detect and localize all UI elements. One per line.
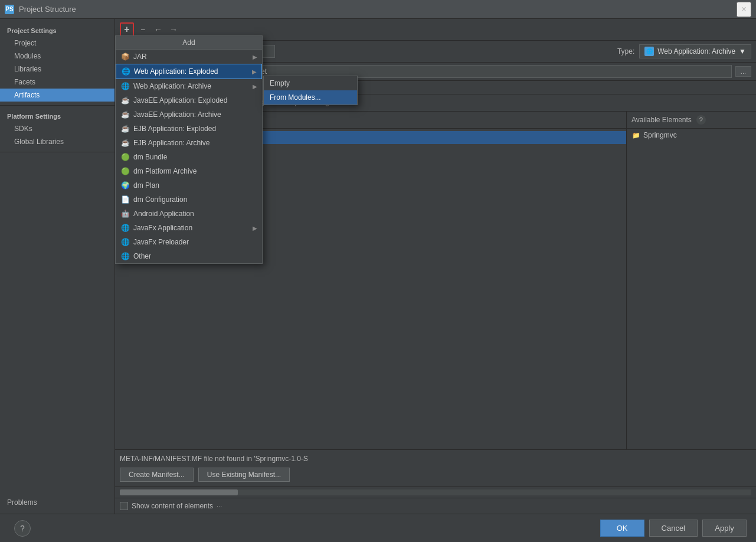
springmvc-folder-icon: 📁 bbox=[631, 130, 641, 140]
close-button[interactable]: × bbox=[737, 2, 751, 17]
platform-settings-header: Platform Settings bbox=[0, 109, 114, 122]
dm-bundle-icon: 🟢 bbox=[120, 152, 130, 162]
use-existing-manifest-button[interactable]: Use Existing Manifest... bbox=[198, 468, 290, 482]
ok-button[interactable]: OK bbox=[600, 520, 644, 537]
type-label: Type: bbox=[617, 47, 634, 55]
type-icon: 🌐 bbox=[644, 47, 654, 56]
jar-icon: 📦 bbox=[120, 52, 130, 61]
menu-item-dm-platform[interactable]: 🟢 dm Platform Archive bbox=[116, 164, 262, 178]
menu-item-javafx-app[interactable]: 🌐 JavaFx Application ▶ bbox=[116, 221, 262, 235]
submenu-item-empty[interactable]: Empty bbox=[264, 76, 357, 90]
show-content-row: Show content of elements ··· bbox=[115, 498, 756, 514]
help-button[interactable]: ? bbox=[14, 520, 31, 537]
dropdown-header: Add bbox=[116, 36, 262, 50]
sidebar: Project Settings Project Modules Librari… bbox=[0, 19, 115, 514]
menu-item-ejb-exploded[interactable]: ☕ EJB Application: Exploded bbox=[116, 122, 262, 136]
dm-platform-icon: 🟢 bbox=[120, 166, 130, 176]
menu-item-javaee-exploded[interactable]: ☕ JavaEE Application: Exploded bbox=[116, 93, 262, 107]
menu-item-dm-config[interactable]: 📄 dm Configuration bbox=[116, 192, 262, 207]
dm-config-icon: 📄 bbox=[120, 195, 130, 204]
menu-item-ejb-archive[interactable]: ☕ EJB Application: Archive bbox=[116, 136, 262, 150]
sidebar-item-artifacts[interactable]: Artifacts bbox=[0, 89, 114, 102]
content-area: + − ← → Add 📦 JAR ▶ bbox=[115, 19, 756, 514]
submenu-popup: Empty From Modules... bbox=[263, 76, 358, 105]
available-panel: Available Elements ? 📁 Springmvc bbox=[626, 112, 756, 449]
sidebar-item-sdks[interactable]: SDKs bbox=[0, 122, 114, 135]
javaee-archive-icon: ☕ bbox=[120, 110, 130, 119]
dm-plan-icon: 🌍 bbox=[120, 181, 130, 190]
nav-forward-button[interactable]: → bbox=[167, 23, 180, 36]
action-bar: ? OK Cancel Apply bbox=[0, 514, 756, 542]
sidebar-divider bbox=[0, 105, 114, 106]
sidebar-item-modules[interactable]: Modules bbox=[0, 50, 114, 63]
add-dropdown-menu: Add 📦 JAR ▶ 🌐 Web Application: Exploded … bbox=[115, 35, 263, 264]
type-dropdown[interactable]: 🌐 Web Application: Archive ▼ bbox=[639, 44, 751, 58]
menu-item-dm-plan[interactable]: 🌍 dm Plan bbox=[116, 178, 262, 192]
arrow-icon: ▶ bbox=[253, 83, 257, 90]
main-container: Project Settings Project Modules Librari… bbox=[0, 19, 756, 514]
apply-button[interactable]: Apply bbox=[702, 520, 747, 537]
cancel-button[interactable]: Cancel bbox=[649, 520, 698, 537]
web-archive-icon: 🌐 bbox=[120, 81, 130, 91]
menu-item-web-exploded[interactable]: 🌐 Web Application: Exploded ▶ bbox=[116, 64, 262, 79]
available-item-springmvc[interactable]: 📁 Springmvc bbox=[627, 129, 756, 142]
javaee-exploded-icon: ☕ bbox=[120, 96, 130, 105]
arrow-icon: ▶ bbox=[253, 54, 257, 60]
show-content-checkbox[interactable] bbox=[120, 502, 128, 510]
menu-item-javaee-archive[interactable]: ☕ JavaEE Application: Archive bbox=[116, 107, 262, 122]
sidebar-item-problems[interactable]: Problems bbox=[0, 496, 114, 509]
content-toolbar: + − ← → Add 📦 JAR ▶ bbox=[115, 19, 756, 41]
sidebar-divider-2 bbox=[0, 152, 114, 152]
menu-item-web-archive[interactable]: 🌐 Web Application: Archive ▶ bbox=[116, 79, 262, 93]
sidebar-item-libraries[interactable]: Libraries bbox=[0, 63, 114, 76]
sidebar-item-project[interactable]: Project bbox=[0, 37, 114, 50]
horizontal-scrollbar[interactable] bbox=[115, 487, 756, 498]
create-manifest-button[interactable]: Create Manifest... bbox=[120, 468, 194, 482]
bottom-buttons: Create Manifest... Use Existing Manifest… bbox=[120, 468, 751, 482]
app-icon: PS bbox=[5, 5, 14, 14]
title-bar-left: PS Project Structure bbox=[5, 5, 76, 14]
android-icon: 🤖 bbox=[120, 209, 130, 218]
dropdown-arrow-icon: ▼ bbox=[739, 47, 746, 55]
title-bar: PS Project Structure × bbox=[0, 0, 756, 19]
window-title: Project Structure bbox=[19, 5, 76, 14]
arrow-icon: ▶ bbox=[253, 225, 257, 231]
warning-text: META-INF/MANIFEST.MF file not found in '… bbox=[120, 455, 751, 463]
ejb-archive-icon: ☕ bbox=[120, 138, 130, 148]
remove-button[interactable]: − bbox=[136, 23, 149, 36]
arrow-icon: ▶ bbox=[252, 68, 257, 75]
menu-item-android[interactable]: 🤖 Android Application bbox=[116, 207, 262, 221]
ejb-exploded-icon: ☕ bbox=[120, 124, 130, 133]
show-content-extra-icon[interactable]: ··· bbox=[217, 502, 222, 510]
menu-item-javafx-preloader[interactable]: 🌐 JavaFx Preloader bbox=[116, 235, 262, 249]
menu-item-other[interactable]: 🌐 Other bbox=[116, 249, 262, 263]
available-help-icon[interactable]: ? bbox=[696, 115, 706, 125]
submenu-item-from-modules[interactable]: From Modules... bbox=[264, 90, 357, 105]
show-content-label: Show content of elements bbox=[132, 502, 213, 510]
sidebar-item-facets[interactable]: Facets bbox=[0, 76, 114, 89]
other-icon: 🌐 bbox=[120, 252, 130, 261]
web-exploded-icon: 🌐 bbox=[121, 67, 130, 76]
available-header: Available Elements ? bbox=[627, 112, 756, 129]
nav-back-button[interactable]: ← bbox=[152, 23, 165, 36]
sidebar-item-global-libraries[interactable]: Global Libraries bbox=[0, 135, 114, 148]
menu-item-dm-bundle[interactable]: 🟢 dm Bundle bbox=[116, 150, 262, 164]
project-settings-header: Project Settings bbox=[0, 24, 114, 37]
menu-item-jar[interactable]: 📦 JAR ▶ bbox=[116, 50, 262, 64]
javafx-app-icon: 🌐 bbox=[120, 223, 130, 233]
javafx-preloader-icon: 🌐 bbox=[120, 237, 130, 247]
browse-button[interactable]: ... bbox=[735, 66, 751, 77]
bottom-area: META-INF/MANIFEST.MF file not found in '… bbox=[115, 449, 756, 487]
add-button[interactable]: + bbox=[120, 22, 134, 37]
type-value: Web Application: Archive bbox=[657, 47, 735, 55]
